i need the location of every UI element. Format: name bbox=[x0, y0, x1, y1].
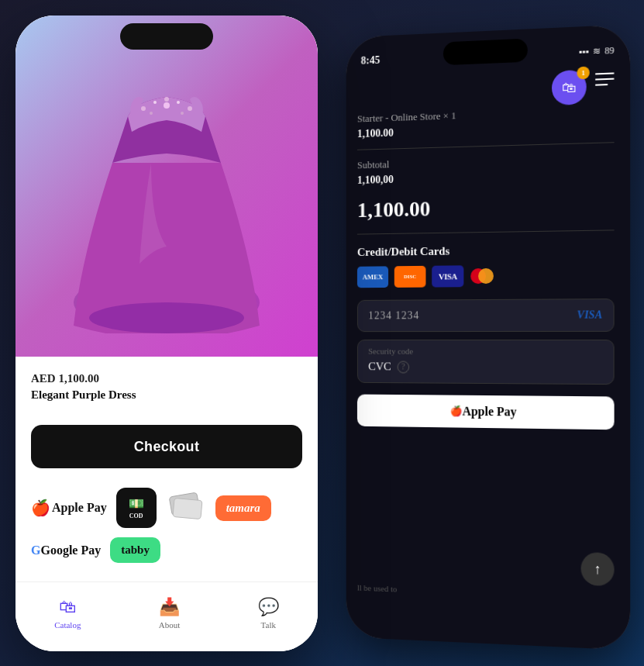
tamara-option: tamara bbox=[215, 495, 271, 521]
apple-pay-label-back: 🍎 bbox=[450, 405, 463, 418]
cvc-help-icon: ? bbox=[398, 361, 409, 373]
card-icons-row: AMEX DISC VISA bbox=[357, 264, 615, 288]
scroll-up-button[interactable]: ↑ bbox=[581, 552, 615, 586]
svg-point-11 bbox=[89, 302, 244, 333]
amex-card-icon: AMEX bbox=[357, 266, 388, 288]
status-right-back: ▪▪▪ ≋ 89 bbox=[579, 44, 615, 57]
divider-1 bbox=[357, 142, 615, 150]
catalog-label: Catalog bbox=[54, 620, 81, 630]
svg-rect-13 bbox=[173, 498, 202, 519]
security-code-label: Security code bbox=[368, 347, 602, 357]
svg-point-10 bbox=[164, 102, 170, 109]
dynamic-island-back bbox=[443, 39, 528, 66]
google-pay-text: Google Pay bbox=[40, 543, 101, 557]
checkout-button[interactable]: Checkout bbox=[31, 425, 302, 468]
cod-text: COD bbox=[129, 512, 143, 520]
about-icon: 📥 bbox=[159, 597, 180, 617]
google-pay-option: GGoogle Pay bbox=[31, 542, 101, 558]
wifi-icon-back: ≋ bbox=[593, 45, 601, 57]
tabby-option: tabby bbox=[110, 537, 160, 563]
nav-talk[interactable]: 💬 Talk bbox=[258, 597, 279, 630]
svg-point-7 bbox=[188, 106, 192, 111]
svg-point-8 bbox=[150, 112, 153, 115]
apple-pay-text-back: Apple Pay bbox=[463, 405, 517, 419]
svg-point-6 bbox=[177, 101, 180, 104]
subtotal-value: 1,100,00 bbox=[357, 168, 615, 187]
scene: 8:45 ▪▪▪ ≋ 89 🛍 1 Starter - Online Store… bbox=[0, 0, 644, 666]
catalog-icon: 🛍 bbox=[59, 597, 76, 617]
svg-point-5 bbox=[164, 97, 169, 102]
battery-back: 89 bbox=[604, 44, 614, 57]
svg-point-4 bbox=[153, 101, 157, 104]
svg-point-1 bbox=[478, 268, 494, 284]
divider-2 bbox=[357, 229, 615, 234]
product-price: AED 1,100.00 bbox=[31, 372, 302, 385]
card-number-text: 1234 1234 bbox=[368, 309, 419, 322]
payment-methods: 🍎 Apple Pay 💵 COD tamara bbox=[15, 480, 318, 578]
footer-text-back: ll be used to bbox=[357, 583, 397, 594]
dynamic-island-front bbox=[120, 23, 213, 50]
cart-badge: 1 bbox=[577, 67, 589, 80]
back-content: Starter - Online Store × 1 1,100.00 Subt… bbox=[346, 88, 631, 454]
card-type-indicator: VISA bbox=[577, 309, 603, 321]
product-image-area bbox=[15, 16, 318, 357]
product-image bbox=[66, 39, 267, 333]
phone-front: AED 1,100.00 Elegant Purple Dress Checko… bbox=[15, 16, 318, 651]
talk-icon: 💬 bbox=[258, 597, 279, 617]
cvc-input-row: CVC ? bbox=[368, 360, 602, 374]
tabby-text: tabby bbox=[121, 543, 150, 556]
cod-option: 💵 COD bbox=[116, 488, 157, 528]
cards-option bbox=[166, 488, 206, 528]
signal-icon-back: ▪▪▪ bbox=[579, 46, 589, 58]
nav-catalog[interactable]: 🛍 Catalog bbox=[54, 597, 81, 630]
apple-pay-text: Apple Pay bbox=[52, 501, 107, 515]
cod-icon: 💵 bbox=[129, 496, 144, 511]
hamburger-menu[interactable] bbox=[595, 72, 615, 85]
cvc-value: CVC bbox=[368, 360, 391, 373]
about-label: About bbox=[159, 620, 181, 630]
cvc-field[interactable]: Security code CVC ? bbox=[357, 340, 615, 385]
tamara-text: tamara bbox=[226, 502, 260, 514]
payment-section-title: Credit/Debit Cards bbox=[357, 243, 615, 259]
product-info: AED 1,100.00 Elegant Purple Dress bbox=[15, 357, 318, 413]
apple-pay-button-back[interactable]: 🍎 Apple Pay bbox=[357, 395, 615, 430]
svg-point-3 bbox=[141, 106, 146, 111]
svg-point-9 bbox=[181, 112, 184, 115]
apple-pay-option: 🍎 Apple Pay bbox=[31, 499, 107, 517]
total-amount: 1,100.00 bbox=[357, 192, 615, 222]
card-number-field[interactable]: 1234 1234 VISA bbox=[357, 298, 615, 332]
bottom-nav: 🛍 Catalog 📥 About 💬 Talk bbox=[15, 581, 318, 651]
talk-label: Talk bbox=[261, 620, 276, 630]
mastercard-icon bbox=[470, 267, 494, 285]
status-time-back: 8:45 bbox=[361, 54, 381, 67]
nav-about[interactable]: 📥 About bbox=[159, 597, 181, 630]
visa-card-icon: VISA bbox=[432, 265, 463, 287]
phone-back: 8:45 ▪▪▪ ≋ 89 🛍 1 Starter - Online Store… bbox=[346, 24, 631, 650]
google-icon: G bbox=[31, 543, 40, 557]
product-name: Elegant Purple Dress bbox=[31, 388, 302, 402]
discover-card-icon: DISC bbox=[394, 266, 426, 288]
apple-icon: 🍎 bbox=[31, 499, 50, 517]
